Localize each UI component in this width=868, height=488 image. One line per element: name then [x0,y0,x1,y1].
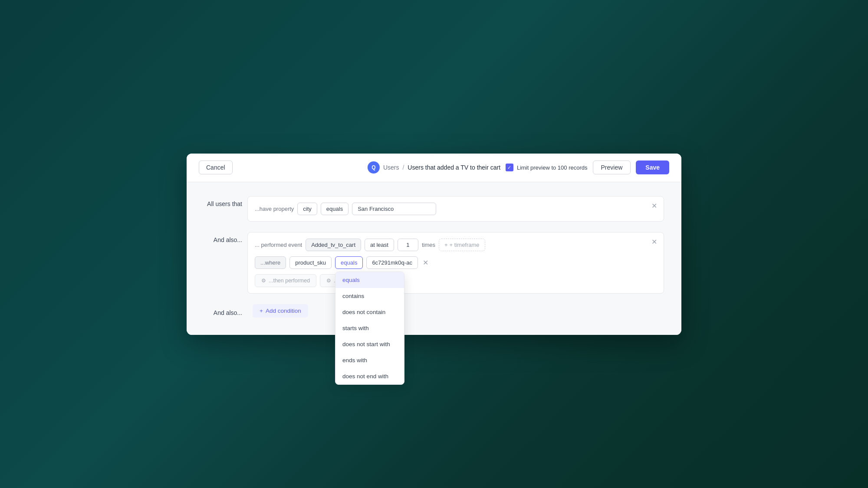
plus-add-icon: + [260,308,263,314]
add-condition-label: Add condition [266,308,301,314]
close-where-button[interactable]: ✕ [421,258,430,267]
at-least-chip[interactable]: at least [365,239,394,251]
modal-header: Cancel Q Users / Users that added a TV t… [187,154,681,182]
operator-dropdown: equals contains does not contain starts … [335,272,404,385]
row-label-1: All users that [204,196,247,207]
close-row-2-button[interactable]: ✕ [650,238,658,246]
timeframe-label: + timeframe [450,242,480,248]
header-right: ✓ Limit preview to 100 records Preview S… [506,160,669,174]
condition-row-1: All users that ...have property city equ… [204,196,664,222]
dropdown-item-does-not-start-with[interactable]: does not start with [335,336,404,352]
performed-event-label: ... performed event [255,242,302,248]
condition-row-2: And also... ... performed event Added_tv… [204,232,664,294]
dropdown-item-ends-with[interactable]: ends with [335,352,404,368]
row-content-1: ...have property city equals ✕ [247,196,664,222]
condition-line-1: ...have property city equals [255,203,657,215]
dropdown-item-equals[interactable]: equals [335,272,404,288]
breadcrumb-separator: / [402,164,404,171]
then-performed-label: ...then performed [269,278,310,284]
add-condition-button[interactable]: + Add condition [253,304,308,318]
filter-icon-1: ⚙ [261,278,266,284]
equals-wrapper: equals equals contains does not contain … [335,256,363,269]
breadcrumb-title: Users that added a TV to their cart [408,164,500,171]
timeframe-button[interactable]: + + timeframe [439,239,485,251]
product-sku-chip[interactable]: product_sku [289,256,332,269]
where-operator-chip[interactable]: equals [335,256,363,269]
dropdown-item-starts-with[interactable]: starts with [335,320,404,336]
limit-preview-checkbox[interactable]: ✓ Limit preview to 100 records [506,164,588,171]
checkbox-icon: ✓ [506,164,513,171]
where-value-chip: 6c7291mk0q-ac [366,256,418,269]
then-performed-button[interactable]: ⚙ ...then performed [255,274,316,287]
preview-button[interactable]: Preview [593,160,631,174]
header-center: Q Users / Users that added a TV to their… [368,161,500,174]
equals-operator-chip[interactable]: equals [321,203,349,215]
san-francisco-input[interactable] [352,203,436,215]
save-button[interactable]: Save [636,160,669,174]
event-name-chip[interactable]: Added_tv_to_cart [306,239,361,251]
dropdown-item-does-not-contain[interactable]: does not contain [335,304,404,320]
breadcrumb-parent: Users [383,164,399,171]
dropdown-item-does-not-end-with[interactable]: does not end with [335,368,404,384]
plus-icon: + [444,242,448,248]
row-label-2: And also... [204,232,247,243]
dropdown-item-contains[interactable]: contains [335,288,404,304]
add-condition-row: And also... + Add condition [204,304,664,318]
add-row-label: And also... [204,305,247,316]
where-line: ...where product_sku equals equals conta… [255,256,657,269]
then-line: ⚙ ...then performed ⚙ ...then did [255,274,657,287]
close-row-1-button[interactable]: ✕ [650,202,658,210]
city-property-chip[interactable]: city [297,203,317,215]
header-left: Cancel [199,160,233,174]
count-input[interactable] [398,239,418,251]
event-line: ... performed event Added_tv_to_cart at … [255,239,657,251]
limit-label: Limit preview to 100 records [517,164,588,171]
row-content-2: ... performed event Added_tv_to_cart at … [247,232,664,294]
cancel-button[interactable]: Cancel [199,160,233,174]
segment-icon: Q [368,161,380,174]
where-label: ...where [255,256,286,269]
modal-body: All users that ...have property city equ… [187,182,681,335]
modal: Cancel Q Users / Users that added a TV t… [187,154,681,335]
have-property-label: ...have property [255,206,294,212]
filter-icon-2: ⚙ [326,278,331,284]
times-label: times [422,242,435,248]
